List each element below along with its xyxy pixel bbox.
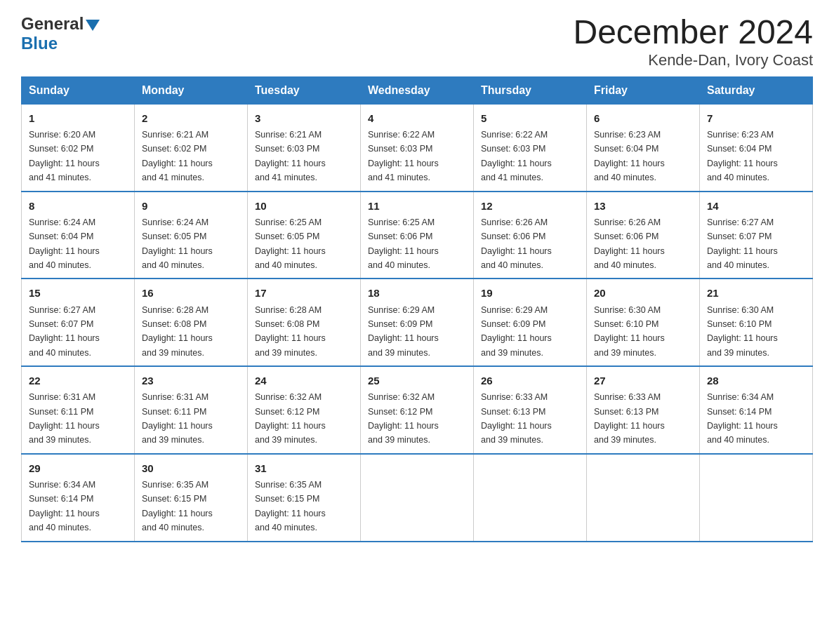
day-number: 15 xyxy=(29,285,127,301)
calendar-cell: 25 Sunrise: 6:32 AMSunset: 6:12 PMDaylig… xyxy=(361,366,474,454)
day-number: 3 xyxy=(255,110,353,126)
day-number: 17 xyxy=(255,285,353,301)
day-number: 11 xyxy=(368,198,466,214)
day-info: Sunrise: 6:21 AMSunset: 6:03 PMDaylight:… xyxy=(255,130,326,182)
calendar-cell: 19 Sunrise: 6:29 AMSunset: 6:09 PMDaylig… xyxy=(474,279,587,366)
day-info: Sunrise: 6:35 AMSunset: 6:15 PMDaylight:… xyxy=(142,480,213,532)
calendar-cell xyxy=(474,454,587,542)
calendar-week-row: 8 Sunrise: 6:24 AMSunset: 6:04 PMDayligh… xyxy=(22,192,813,279)
day-number: 19 xyxy=(481,285,579,301)
day-number: 25 xyxy=(368,373,466,389)
day-info: Sunrise: 6:22 AMSunset: 6:03 PMDaylight:… xyxy=(481,130,552,182)
calendar-cell: 8 Sunrise: 6:24 AMSunset: 6:04 PMDayligh… xyxy=(22,192,135,279)
calendar-cell: 3 Sunrise: 6:21 AMSunset: 6:03 PMDayligh… xyxy=(248,104,361,191)
day-number: 4 xyxy=(368,110,466,126)
calendar-cell: 31 Sunrise: 6:35 AMSunset: 6:15 PMDaylig… xyxy=(248,454,361,542)
day-number: 30 xyxy=(142,460,240,476)
calendar-cell: 7 Sunrise: 6:23 AMSunset: 6:04 PMDayligh… xyxy=(700,104,813,191)
calendar-cell: 9 Sunrise: 6:24 AMSunset: 6:05 PMDayligh… xyxy=(135,192,248,279)
day-number: 12 xyxy=(481,198,579,214)
calendar-cell: 6 Sunrise: 6:23 AMSunset: 6:04 PMDayligh… xyxy=(587,104,700,191)
calendar-week-row: 15 Sunrise: 6:27 AMSunset: 6:07 PMDaylig… xyxy=(22,279,813,366)
day-number: 14 xyxy=(707,198,805,214)
calendar-cell: 5 Sunrise: 6:22 AMSunset: 6:03 PMDayligh… xyxy=(474,104,587,191)
calendar-cell: 23 Sunrise: 6:31 AMSunset: 6:11 PMDaylig… xyxy=(135,366,248,454)
logo-blue-text: Blue xyxy=(21,34,58,53)
calendar-cell: 17 Sunrise: 6:28 AMSunset: 6:08 PMDaylig… xyxy=(248,279,361,366)
day-number: 13 xyxy=(594,198,692,214)
day-info: Sunrise: 6:25 AMSunset: 6:06 PMDaylight:… xyxy=(368,217,439,270)
day-number: 28 xyxy=(707,373,805,389)
page-title: December 2024 xyxy=(573,14,813,51)
day-info: Sunrise: 6:24 AMSunset: 6:04 PMDaylight:… xyxy=(29,217,100,270)
calendar-cell: 24 Sunrise: 6:32 AMSunset: 6:12 PMDaylig… xyxy=(248,366,361,454)
day-info: Sunrise: 6:32 AMSunset: 6:12 PMDaylight:… xyxy=(255,392,326,445)
day-number: 2 xyxy=(142,110,240,126)
day-info: Sunrise: 6:33 AMSunset: 6:13 PMDaylight:… xyxy=(481,392,552,445)
day-number: 9 xyxy=(142,198,240,214)
calendar-cell xyxy=(361,454,474,542)
calendar-day-header-wednesday: Wednesday xyxy=(361,76,474,104)
calendar-cell: 13 Sunrise: 6:26 AMSunset: 6:06 PMDaylig… xyxy=(587,192,700,279)
day-info: Sunrise: 6:32 AMSunset: 6:12 PMDaylight:… xyxy=(368,392,439,445)
calendar-cell: 26 Sunrise: 6:33 AMSunset: 6:13 PMDaylig… xyxy=(474,366,587,454)
calendar-table: SundayMondayTuesdayWednesdayThursdayFrid… xyxy=(21,76,813,542)
day-number: 21 xyxy=(707,285,805,301)
calendar-day-header-sunday: Sunday xyxy=(22,76,135,104)
day-number: 18 xyxy=(368,285,466,301)
calendar-week-row: 22 Sunrise: 6:31 AMSunset: 6:11 PMDaylig… xyxy=(22,366,813,454)
day-number: 31 xyxy=(255,460,353,476)
calendar-cell: 27 Sunrise: 6:33 AMSunset: 6:13 PMDaylig… xyxy=(587,366,700,454)
calendar-cell: 29 Sunrise: 6:34 AMSunset: 6:14 PMDaylig… xyxy=(22,454,135,542)
calendar-cell: 4 Sunrise: 6:22 AMSunset: 6:03 PMDayligh… xyxy=(361,104,474,191)
logo: General Blue xyxy=(21,14,100,53)
day-info: Sunrise: 6:27 AMSunset: 6:07 PMDaylight:… xyxy=(707,217,778,270)
day-info: Sunrise: 6:34 AMSunset: 6:14 PMDaylight:… xyxy=(29,480,100,532)
day-info: Sunrise: 6:23 AMSunset: 6:04 PMDaylight:… xyxy=(594,130,665,182)
day-number: 5 xyxy=(481,110,579,126)
day-info: Sunrise: 6:26 AMSunset: 6:06 PMDaylight:… xyxy=(594,217,665,270)
day-info: Sunrise: 6:21 AMSunset: 6:02 PMDaylight:… xyxy=(142,130,213,182)
day-info: Sunrise: 6:26 AMSunset: 6:06 PMDaylight:… xyxy=(481,217,552,270)
day-info: Sunrise: 6:35 AMSunset: 6:15 PMDaylight:… xyxy=(255,480,326,532)
day-info: Sunrise: 6:30 AMSunset: 6:10 PMDaylight:… xyxy=(594,305,665,358)
day-number: 29 xyxy=(29,460,127,476)
calendar-cell: 11 Sunrise: 6:25 AMSunset: 6:06 PMDaylig… xyxy=(361,192,474,279)
day-number: 7 xyxy=(707,110,805,126)
day-info: Sunrise: 6:22 AMSunset: 6:03 PMDaylight:… xyxy=(368,130,439,182)
calendar-day-header-saturday: Saturday xyxy=(700,76,813,104)
day-info: Sunrise: 6:20 AMSunset: 6:02 PMDaylight:… xyxy=(29,130,100,182)
calendar-cell: 21 Sunrise: 6:30 AMSunset: 6:10 PMDaylig… xyxy=(700,279,813,366)
calendar-cell: 18 Sunrise: 6:29 AMSunset: 6:09 PMDaylig… xyxy=(361,279,474,366)
calendar-cell: 28 Sunrise: 6:34 AMSunset: 6:14 PMDaylig… xyxy=(700,366,813,454)
calendar-cell: 10 Sunrise: 6:25 AMSunset: 6:05 PMDaylig… xyxy=(248,192,361,279)
calendar-cell xyxy=(700,454,813,542)
calendar-cell: 30 Sunrise: 6:35 AMSunset: 6:15 PMDaylig… xyxy=(135,454,248,542)
day-number: 1 xyxy=(29,110,127,126)
calendar-cell: 22 Sunrise: 6:31 AMSunset: 6:11 PMDaylig… xyxy=(22,366,135,454)
day-info: Sunrise: 6:27 AMSunset: 6:07 PMDaylight:… xyxy=(29,305,100,358)
day-number: 22 xyxy=(29,373,127,389)
calendar-cell: 1 Sunrise: 6:20 AMSunset: 6:02 PMDayligh… xyxy=(22,104,135,191)
day-number: 6 xyxy=(594,110,692,126)
day-number: 10 xyxy=(255,198,353,214)
day-number: 24 xyxy=(255,373,353,389)
day-info: Sunrise: 6:29 AMSunset: 6:09 PMDaylight:… xyxy=(481,305,552,358)
day-number: 23 xyxy=(142,373,240,389)
day-info: Sunrise: 6:31 AMSunset: 6:11 PMDaylight:… xyxy=(29,392,100,445)
calendar-day-header-thursday: Thursday xyxy=(474,76,587,104)
page-subtitle: Kende-Dan, Ivory Coast xyxy=(573,51,813,69)
page-header: General Blue December 2024 Kende-Dan, Iv… xyxy=(21,14,813,69)
calendar-day-header-monday: Monday xyxy=(135,76,248,104)
title-block: December 2024 Kende-Dan, Ivory Coast xyxy=(573,14,813,69)
day-number: 8 xyxy=(29,198,127,214)
day-info: Sunrise: 6:30 AMSunset: 6:10 PMDaylight:… xyxy=(707,305,778,358)
day-info: Sunrise: 6:33 AMSunset: 6:13 PMDaylight:… xyxy=(594,392,665,445)
day-number: 16 xyxy=(142,285,240,301)
day-info: Sunrise: 6:28 AMSunset: 6:08 PMDaylight:… xyxy=(255,305,326,358)
logo-general-text: General xyxy=(21,14,84,34)
day-number: 27 xyxy=(594,373,692,389)
day-info: Sunrise: 6:28 AMSunset: 6:08 PMDaylight:… xyxy=(142,305,213,358)
day-info: Sunrise: 6:31 AMSunset: 6:11 PMDaylight:… xyxy=(142,392,213,445)
day-info: Sunrise: 6:24 AMSunset: 6:05 PMDaylight:… xyxy=(142,217,213,270)
